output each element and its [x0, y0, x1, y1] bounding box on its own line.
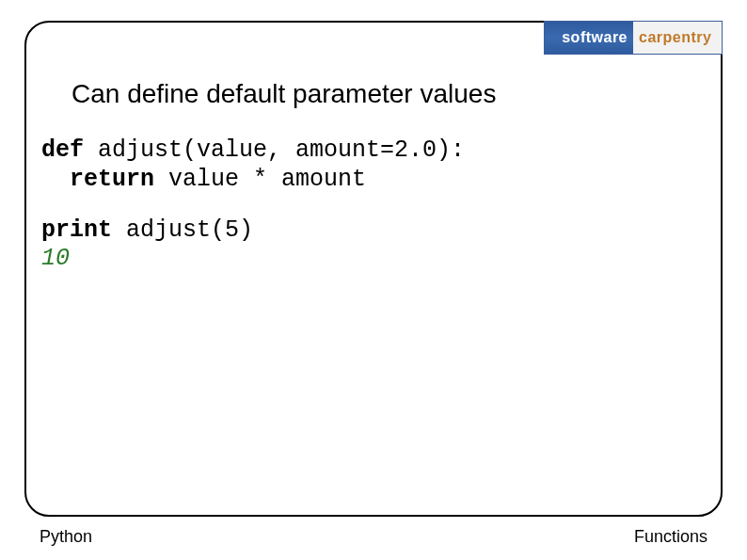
logo-left-text: software	[545, 22, 633, 54]
slide: software carpentry Can define default pa…	[0, 0, 747, 560]
keyword-def: def	[41, 136, 84, 164]
keyword-print: print	[41, 216, 112, 244]
code-line3-rest: adjust(5)	[112, 216, 253, 244]
keyword-return: return	[70, 166, 154, 193]
footer-left: Python	[40, 527, 92, 547]
logo-right-text: carpentry	[633, 22, 722, 54]
spacer	[41, 195, 706, 216]
content-area: Can define default parameter values def …	[41, 79, 706, 272]
logo: software carpentry	[544, 21, 723, 55]
code-indent	[41, 166, 70, 193]
code-line2-rest: value * amount	[154, 166, 366, 193]
code-call: print adjust(5)	[41, 216, 706, 245]
footer-right: Functions	[634, 527, 707, 547]
code-line1-rest: adjust(value, amount=2.0):	[84, 136, 465, 164]
code-output: 10	[41, 245, 706, 272]
slide-heading: Can define default parameter values	[72, 79, 706, 109]
code-block: def adjust(value, amount=2.0): return va…	[41, 136, 706, 195]
